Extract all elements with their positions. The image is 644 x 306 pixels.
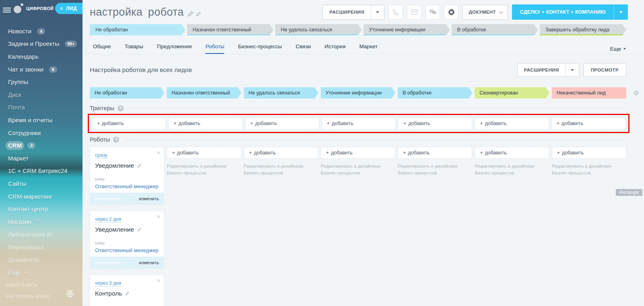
add-robot-button[interactable]: +добавить bbox=[552, 147, 626, 159]
tab-more[interactable]: Еще bbox=[610, 46, 626, 52]
add-trigger-button[interactable]: + добавить bbox=[475, 117, 549, 129]
sidebar-item[interactable]: Время и отчеты bbox=[6, 114, 83, 127]
edit-pencil-icon[interactable] bbox=[137, 227, 142, 232]
call-button[interactable] bbox=[388, 5, 403, 20]
lead-stage[interactable]: Не обработан bbox=[90, 24, 186, 35]
lead-stage[interactable]: Уточнение информации bbox=[363, 24, 450, 35]
close-icon[interactable]: × bbox=[157, 150, 160, 156]
sidebar-item[interactable]: Почта bbox=[6, 101, 83, 114]
sitemap-link[interactable]: КАРТА САЙТА bbox=[6, 283, 78, 288]
status-chip[interactable]: Некачественный лид bbox=[552, 87, 626, 99]
sidebar-item[interactable]: Календарь bbox=[6, 50, 83, 63]
extensions-caret-button[interactable] bbox=[371, 5, 384, 19]
chat-button[interactable] bbox=[425, 5, 440, 20]
status-chip[interactable]: Не обработан bbox=[90, 87, 164, 99]
tab[interactable]: Предложения bbox=[157, 43, 192, 54]
hamburger-menu-icon[interactable] bbox=[3, 6, 11, 13]
robots-extensions-label[interactable]: РАСШИРЕНИЯ bbox=[518, 64, 566, 76]
lead-filter-chip[interactable]: × ЛИД bbox=[55, 3, 83, 14]
status-chip[interactable]: Назначен ответственный bbox=[167, 87, 241, 99]
sidebar-item[interactable]: Задачи и Проекты 99+ bbox=[6, 38, 83, 51]
edit-pencil-icon[interactable] bbox=[188, 11, 193, 16]
add-trigger-button[interactable]: + добавить bbox=[322, 117, 396, 129]
add-trigger-button[interactable]: + добавить bbox=[168, 117, 242, 129]
sidebar-item[interactable]: Документы bbox=[6, 254, 83, 267]
edit-link[interactable]: изменить bbox=[139, 260, 159, 265]
email-button[interactable] bbox=[407, 5, 421, 20]
designer-link[interactable]: Редактировать в дизайнере Бизнес-процесс… bbox=[244, 163, 318, 177]
convert-caret-button[interactable] bbox=[614, 4, 628, 20]
robot-to-link[interactable]: Ответственный менеджер bbox=[95, 247, 159, 253]
sidebar-item[interactable]: CRM-маркетинг bbox=[6, 190, 83, 203]
edit-pencil-icon[interactable] bbox=[137, 163, 142, 168]
add-robot-button[interactable]: +добавить bbox=[321, 147, 395, 159]
close-icon[interactable]: × bbox=[60, 6, 63, 11]
sidebar-item[interactable]: Сайты bbox=[6, 177, 83, 190]
help-icon[interactable]: ? bbox=[118, 105, 124, 111]
status-chip[interactable]: В обработке bbox=[398, 87, 472, 99]
tab[interactable]: Товары bbox=[124, 43, 143, 54]
add-trigger-button[interactable]: + добавить bbox=[551, 117, 625, 129]
lead-stage[interactable]: Не удалось связаться bbox=[275, 24, 362, 35]
sidebar-item[interactable]: Маркет bbox=[6, 152, 83, 165]
add-robot-button[interactable]: +добавить bbox=[244, 147, 318, 159]
lead-stage[interactable]: Завершить обработку лида bbox=[540, 24, 626, 35]
robot-when-link[interactable]: через 2 дня bbox=[95, 216, 121, 223]
designer-link[interactable]: Редактировать в дизайнере Бизнес-процесс… bbox=[321, 163, 395, 177]
copy-link[interactable]: копировать bbox=[95, 196, 122, 201]
status-chip[interactable]: Не удалось связаться bbox=[244, 87, 318, 99]
edit-link[interactable]: изменить bbox=[139, 196, 159, 201]
add-trigger-button[interactable]: + добавить bbox=[398, 117, 472, 129]
sidebar-item[interactable]: Группы bbox=[6, 76, 83, 88]
sidebar-item[interactable]: Чат и звонки 8 bbox=[6, 63, 83, 76]
add-robot-button[interactable]: +добавить bbox=[475, 147, 549, 159]
add-robot-button[interactable]: +добавить bbox=[398, 147, 472, 159]
sidebar-item[interactable]: Лаборатория AI bbox=[6, 228, 83, 241]
printer-icon[interactable] bbox=[66, 290, 74, 298]
sidebar-item[interactable]: Сотрудники bbox=[6, 127, 83, 140]
lead-stage[interactable]: Назначен ответственный bbox=[187, 24, 274, 35]
status-chip[interactable]: Уточнение информации bbox=[321, 87, 395, 99]
designer-link[interactable]: Редактировать в дизайнере Бизнес-процесс… bbox=[167, 163, 241, 177]
convert-lead-label[interactable]: СДЕЛКУ + КОНТАКТ + КОМПАНИЮ bbox=[512, 4, 614, 20]
tab[interactable]: Связи bbox=[296, 43, 311, 54]
document-button[interactable]: ДОКУМЕНТ bbox=[462, 5, 508, 20]
robots-extensions-caret[interactable] bbox=[566, 64, 579, 76]
extensions-button[interactable]: РАСШИРЕНИЯ bbox=[322, 5, 384, 20]
settings-button[interactable] bbox=[444, 5, 458, 20]
sidebar-item[interactable]: Контакт-центр bbox=[6, 203, 83, 216]
add-robot-button[interactable]: +добавить bbox=[167, 147, 241, 159]
robots-extensions-button[interactable]: РАСШИРЕНИЯ bbox=[517, 63, 579, 77]
link-icon[interactable] bbox=[196, 11, 201, 17]
lead-stage[interactable]: В обработке bbox=[452, 24, 538, 35]
convert-lead-button[interactable]: СДЕЛКУ + КОНТАКТ + КОМПАНИЮ bbox=[512, 4, 628, 20]
extensions-button-label[interactable]: РАСШИРЕНИЯ bbox=[323, 5, 371, 19]
sidebar-item[interactable]: Магазинbeta bbox=[6, 216, 83, 228]
sidebar-item[interactable]: Переговорка bbox=[6, 241, 83, 254]
help-icon[interactable]: ? bbox=[113, 137, 119, 143]
designer-link[interactable]: Редактировать в дизайнере Бизнес-процесс… bbox=[398, 163, 472, 177]
status-chip[interactable]: Сконвертирован bbox=[475, 87, 549, 99]
robot-when-link[interactable]: сразу bbox=[95, 152, 107, 159]
sidebar-item[interactable]: Диск bbox=[6, 88, 83, 101]
view-button[interactable]: ПРОСМОТР bbox=[583, 63, 626, 77]
copy-link[interactable]: копировать bbox=[95, 260, 122, 265]
statuses-gear-icon[interactable] bbox=[633, 90, 639, 96]
sidebar-item[interactable]: 1С + CRM Битрикс24 bbox=[6, 165, 83, 178]
edit-pencil-icon[interactable] bbox=[125, 291, 130, 296]
tab[interactable]: Роботы bbox=[205, 43, 224, 54]
tab[interactable]: Бизнес-процессы bbox=[238, 43, 282, 54]
tab[interactable]: Маркет bbox=[359, 43, 378, 54]
designer-link[interactable]: Редактировать в дизайнере Бизнес-процесс… bbox=[552, 163, 626, 177]
robot-to-link[interactable]: Ответственный менеджер bbox=[95, 183, 159, 189]
tab[interactable]: История bbox=[324, 43, 345, 54]
close-icon[interactable]: × bbox=[157, 277, 160, 284]
close-icon[interactable]: × bbox=[157, 214, 160, 220]
sidebar-item[interactable]: CRM 3 bbox=[6, 139, 83, 152]
robot-when-link[interactable]: через 3 дня bbox=[95, 280, 121, 287]
tab[interactable]: Общие bbox=[93, 43, 111, 54]
designer-link[interactable]: Редактировать в дизайнере Бизнес-процесс… bbox=[475, 163, 549, 177]
sidebar-item[interactable]: Новости 4 bbox=[6, 25, 83, 38]
add-trigger-button[interactable]: + добавить bbox=[92, 117, 166, 129]
add-trigger-button[interactable]: + добавить bbox=[245, 117, 319, 129]
